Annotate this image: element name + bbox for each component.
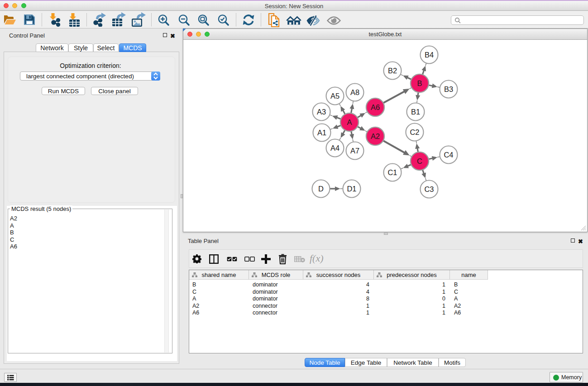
svg-text:C1: C1 (387, 168, 397, 176)
svg-text:B2: B2 (388, 67, 397, 75)
svg-text:C4: C4 (444, 151, 453, 159)
svg-text:A2: A2 (371, 132, 380, 140)
svg-text:A4: A4 (330, 144, 339, 152)
svg-text:A3: A3 (317, 108, 326, 116)
svg-text:B3: B3 (444, 85, 453, 93)
svg-text:A8: A8 (350, 88, 359, 96)
svg-text:A6: A6 (371, 103, 380, 111)
svg-text:A: A (347, 118, 352, 126)
svg-text:D: D (318, 185, 324, 193)
svg-text:B: B (417, 79, 422, 87)
svg-text:C2: C2 (410, 128, 419, 136)
svg-text:C3: C3 (424, 185, 434, 193)
svg-text:B1: B1 (411, 108, 420, 116)
svg-text:A7: A7 (350, 147, 359, 155)
svg-text:D1: D1 (347, 185, 356, 193)
svg-text:C: C (417, 157, 422, 165)
svg-text:B4: B4 (425, 51, 434, 59)
svg-text:A1: A1 (317, 129, 326, 137)
svg-text:A5: A5 (330, 92, 339, 100)
